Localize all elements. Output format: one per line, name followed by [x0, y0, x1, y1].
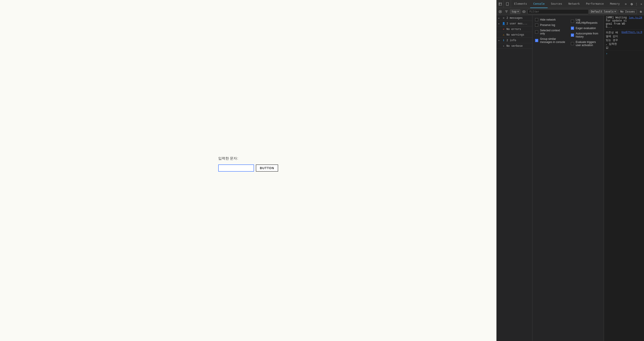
- settings-row-hide-network[interactable]: Hide network: [532, 17, 568, 22]
- console-prompt-row: ›: [604, 51, 644, 56]
- expand-arrow-user-messages: ►: [498, 22, 501, 25]
- sidebar-label-warnings: No warnings: [506, 33, 524, 36]
- tab-network[interactable]: Network: [565, 0, 583, 8]
- checkbox-eval-triggers[interactable]: [571, 42, 574, 45]
- tab-memory[interactable]: Memory: [607, 0, 623, 8]
- settings-label-group-similar: Group similar messages in console: [540, 37, 566, 44]
- sidebar-label-verbose: No verbose: [506, 44, 522, 48]
- live-expressions-icon[interactable]: [521, 9, 526, 14]
- sidebar-item-verbose[interactable]: ✦No verbose: [497, 43, 532, 49]
- settings-label-log-xml: Log XMLHttpRequests: [576, 18, 601, 24]
- sidebar-item-errors[interactable]: ✕No errors: [497, 27, 532, 32]
- console-toolbar: top ▼ Default levels ▼ No Issues: [497, 8, 644, 15]
- checkbox-hide-network[interactable]: [535, 18, 538, 21]
- sidebar-icon-user-messages: 👤: [502, 22, 505, 25]
- devtools-tabs-bar: Elements Console Sources Network Perform…: [497, 0, 644, 8]
- console-prompt-input[interactable]: [609, 52, 642, 55]
- main-page: 입력한 문자: BUTTON: [0, 0, 496, 341]
- more-tabs-icon[interactable]: »: [623, 2, 628, 6]
- settings-row-log-xml[interactable]: Log XMLHttpRequests: [568, 17, 604, 26]
- settings-label-autocomplete: Autocomplete from history: [576, 32, 601, 38]
- sidebar-item-warnings[interactable]: ⚠No warnings: [497, 32, 532, 38]
- no-issues-badge: No Issues: [618, 10, 637, 14]
- console-settings-icon[interactable]: [638, 9, 643, 14]
- tab-elements[interactable]: Elements: [511, 0, 530, 8]
- tab-console[interactable]: Console: [530, 0, 548, 8]
- log-text-hmr-log: [HMR] Waiting for update signal from WDS…: [606, 16, 627, 29]
- log-source-hmr-log[interactable]: log.js:24: [629, 16, 642, 19]
- sidebar-icon-messages: ≡: [502, 16, 505, 20]
- sidebar-item-info[interactable]: ►ℹ2 info: [497, 38, 532, 43]
- sidebar-icon-verbose: ✦: [502, 44, 505, 48]
- devtools-panel: Elements Console Sources Network Perform…: [496, 0, 644, 341]
- sidebar-label-user-messages: 2 user mes...: [506, 22, 528, 25]
- console-body: ►≡2 messages►👤2 user mes...✕No errors⚠No…: [497, 15, 644, 341]
- context-selector[interactable]: top ▼: [510, 10, 520, 14]
- settings-label-eager-eval: Eager evaluation: [576, 27, 596, 30]
- sidebar-item-messages[interactable]: ►≡2 messages: [497, 15, 532, 21]
- devtools-more-options-icon[interactable]: ⋮: [634, 0, 639, 8]
- context-dropdown-icon: ▼: [518, 10, 519, 13]
- inspect-element-icon[interactable]: [497, 0, 504, 8]
- tab-performance[interactable]: Performance: [583, 0, 607, 8]
- devtools-close-icon[interactable]: ✕: [639, 0, 644, 8]
- expand-arrow-messages: ►: [498, 17, 501, 19]
- log-source-dependency-log[interactable]: UseEffect.js:9: [622, 31, 642, 34]
- text-input[interactable]: [218, 164, 254, 172]
- console-settings-panel: Hide networkPreserve logSelected context…: [532, 15, 604, 341]
- level-dropdown-icon: ▼: [614, 10, 616, 13]
- log-entry-dependency-log: 의존성 배열에 값이 있는 경우 , 입력한 값UseEffect.js:9: [604, 30, 644, 51]
- sidebar-label-info: 2 info: [506, 39, 516, 42]
- page-content: 입력한 문자: BUTTON: [218, 156, 278, 172]
- sidebar-label-errors: No errors: [506, 28, 521, 31]
- settings-row-selected-context[interactable]: Selected context only: [532, 28, 568, 36]
- context-label: top: [512, 10, 516, 13]
- checkbox-eager-eval[interactable]: ✓: [571, 27, 574, 30]
- settings-row-preserve-log[interactable]: Preserve log: [532, 22, 568, 28]
- console-log-area: [HMR] Waiting for update signal from WDS…: [604, 15, 644, 341]
- settings-label-eval-triggers: Evaluate triggers user activation: [576, 41, 601, 47]
- checkbox-group-similar[interactable]: ✓: [535, 39, 538, 42]
- checkbox-autocomplete[interactable]: ✓: [571, 34, 574, 37]
- settings-left-col: Hide networkPreserve logSelected context…: [532, 17, 568, 48]
- input-label: 입력한 문자:: [218, 156, 238, 161]
- devtools-settings-icon[interactable]: [628, 0, 634, 8]
- svg-point-5: [524, 11, 524, 12]
- settings-label-selected-context: Selected context only: [540, 29, 566, 35]
- console-sidebar: ►≡2 messages►👤2 user mes...✕No errors⚠No…: [497, 15, 532, 341]
- sidebar-label-messages: 2 messages: [506, 16, 522, 20]
- expand-arrow-info: ►: [498, 39, 501, 42]
- level-selector[interactable]: Default levels ▼: [590, 10, 618, 14]
- level-label: Default levels: [591, 10, 614, 13]
- checkbox-log-xml[interactable]: [571, 20, 574, 23]
- settings-row-group-similar[interactable]: ✓Group similar messages in console: [532, 36, 568, 45]
- sidebar-item-user-messages[interactable]: ►👤2 user mes...: [497, 21, 532, 27]
- action-button[interactable]: BUTTON: [256, 164, 278, 172]
- console-filter-icon[interactable]: [504, 9, 509, 14]
- clear-console-icon[interactable]: [498, 9, 503, 14]
- device-toolbar-icon[interactable]: [504, 0, 511, 8]
- settings-label-hide-network: Hide network: [540, 18, 556, 21]
- settings-row-autocomplete[interactable]: ✓Autocomplete from history: [568, 31, 604, 39]
- sidebar-icon-errors: ✕: [502, 28, 505, 31]
- tab-sources[interactable]: Sources: [548, 0, 565, 8]
- settings-row-eval-triggers[interactable]: Evaluate triggers user activation: [568, 39, 604, 48]
- checkbox-preserve-log[interactable]: [535, 24, 538, 27]
- sidebar-icon-info: ℹ: [502, 39, 505, 42]
- sidebar-icon-warnings: ⚠: [502, 33, 505, 36]
- checkbox-selected-context[interactable]: [535, 31, 538, 34]
- log-entry-hmr-log: [HMR] Waiting for update signal from WDS…: [604, 15, 644, 30]
- settings-label-preserve-log: Preserve log: [540, 24, 555, 27]
- settings-right-col: Log XMLHttpRequests✓Eager evaluation✓Aut…: [568, 17, 604, 48]
- prompt-arrow-icon: ›: [606, 52, 608, 55]
- settings-row-eager-eval[interactable]: ✓Eager evaluation: [568, 26, 604, 31]
- input-row: BUTTON: [218, 164, 278, 172]
- log-text-dependency-log: 의존성 배열에 값이 있는 경우 , 입력한 값: [606, 31, 620, 50]
- console-filter-input[interactable]: [528, 9, 588, 14]
